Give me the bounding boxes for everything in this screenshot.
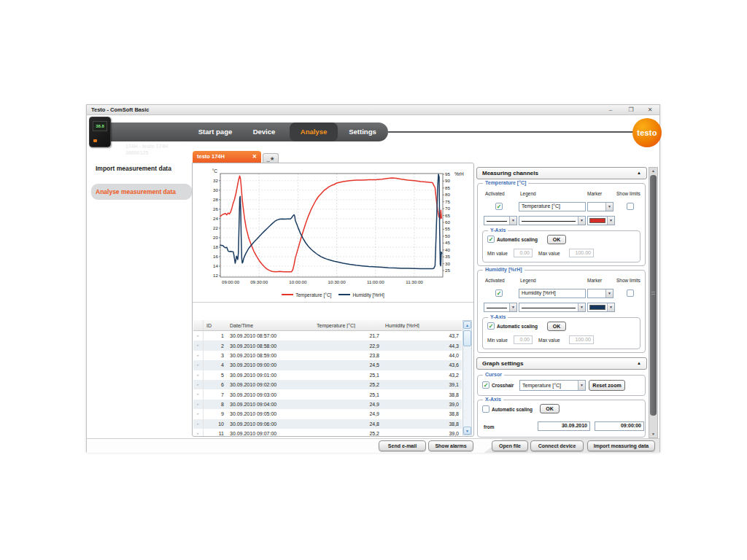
activated-checkbox[interactable]: ✓ xyxy=(495,203,503,210)
crosshair-checkbox[interactable]: ✓ xyxy=(482,381,489,389)
marker-dropdown[interactable]: ▼ xyxy=(587,289,614,298)
table-row[interactable]: ▸330.09.2010 08:59:0023,844,0 xyxy=(193,351,462,360)
settings-panel: Measuring channels ▲ Temperature [°C] Ac… xyxy=(476,167,647,438)
col-header-id[interactable]: ID xyxy=(204,323,227,328)
cell-humidity: 44,3 xyxy=(382,343,462,349)
axis-tick-label: %rH xyxy=(454,171,464,176)
cell-temperature: 25,2 xyxy=(314,431,382,436)
table-row[interactable]: ▸830.09.2010 09:04:0024,939,0 xyxy=(193,400,462,409)
document-tab-label: testo 174H xyxy=(197,151,225,163)
max-value-field[interactable]: 100.00 xyxy=(569,335,594,344)
testo-logo: testo xyxy=(632,118,662,147)
tab-close-icon[interactable]: ✕ xyxy=(252,151,257,163)
cell-id: 2 xyxy=(204,343,227,349)
connect-device-button[interactable]: Connect device xyxy=(530,440,584,451)
xaxis-auto-scaling-checkbox[interactable] xyxy=(482,405,489,413)
collapse-icon[interactable]: ▲ xyxy=(637,168,641,179)
col-header-humidity[interactable]: Humidity [%rH] xyxy=(382,323,462,328)
yaxis-group-title: Y-Axis xyxy=(488,314,508,319)
send-email-button[interactable]: Send e-mail xyxy=(379,440,426,451)
maximize-icon[interactable]: ❐ xyxy=(623,106,639,114)
axis-tick-label: 10:30:00 xyxy=(328,279,347,284)
axis-tick-label: 14 xyxy=(213,263,218,268)
measurement-chart[interactable]: 1214161820222426283032253035404550556065… xyxy=(194,166,473,292)
min-value-field[interactable]: 0.00 xyxy=(514,249,533,257)
xaxis-ok-button[interactable]: OK xyxy=(540,404,560,413)
panel-scrollbar[interactable]: ▲ ▼ xyxy=(649,167,658,438)
cell-humidity: 38,8 xyxy=(382,421,462,427)
row-marker-icon: ▸ xyxy=(193,429,204,436)
axis-tick-label: 32 xyxy=(213,178,218,183)
legend-input[interactable]: Temperature [°C] xyxy=(519,202,586,211)
table-row[interactable]: ▸230.09.2010 08:58:0022,944,3 xyxy=(193,341,462,350)
line-width-dropdown[interactable]: ▼ xyxy=(484,303,517,312)
sidebar-item-analyse[interactable]: Analyse measurement data xyxy=(96,188,176,195)
cell-id: 10 xyxy=(204,421,227,427)
cell-temperature: 24,8 xyxy=(314,421,382,427)
table-row[interactable]: ▸930.09.2010 09:05:0024,938,8 xyxy=(193,409,462,419)
cell-id: 11 xyxy=(204,431,227,436)
auto-scaling-checkbox[interactable]: ✓ xyxy=(487,236,495,243)
graph-settings-header[interactable]: Graph settings ▲ xyxy=(476,357,647,370)
reset-zoom-button[interactable]: Reset zoom xyxy=(589,380,625,391)
from-date-field[interactable]: 30.09.2010 xyxy=(538,421,590,431)
favorites-tab-star-icon[interactable]: _★ xyxy=(263,153,279,163)
cursor-channel-dropdown[interactable]: Temperature [°C]▼ xyxy=(519,380,586,391)
table-row[interactable]: ▸630.09.2010 09:02:0025,239,1 xyxy=(193,380,462,389)
scroll-up-icon[interactable]: ▲ xyxy=(463,321,471,329)
table-row[interactable]: ▸730.09.2010 09:03:0025,138,8 xyxy=(193,389,462,399)
axis-tick-label: 55 xyxy=(445,226,450,231)
table-row[interactable]: ▸530.09.2010 09:01:0025,143,2 xyxy=(193,370,462,380)
auto-scaling-checkbox[interactable]: ✓ xyxy=(487,322,495,330)
sidebar-item-import[interactable]: Import measurement data xyxy=(96,165,171,172)
legend-input[interactable]: Humidity [%rH] xyxy=(519,289,586,298)
scroll-down-icon[interactable]: ▼ xyxy=(650,431,657,438)
col-header-temperature[interactable]: Temperature [°C] xyxy=(314,323,382,328)
marker-dropdown[interactable]: ▼ xyxy=(587,202,614,211)
yaxis-ok-button[interactable]: OK xyxy=(547,322,566,331)
scroll-down-icon[interactable]: ▼ xyxy=(463,427,471,435)
legend-item: Temperature [°C] xyxy=(282,292,331,298)
max-value-field[interactable]: 100.00 xyxy=(569,249,594,257)
open-file-button[interactable]: Open file xyxy=(492,440,528,451)
cell-id: 4 xyxy=(204,362,227,368)
panel-scroll-thumb[interactable] xyxy=(650,175,657,416)
from-time-field[interactable]: 09:00:00 xyxy=(595,421,644,431)
line-color-dropdown[interactable]: ▼ xyxy=(587,216,615,225)
close-icon[interactable]: ✕ xyxy=(642,106,658,114)
line-color-dropdown[interactable]: ▼ xyxy=(587,303,615,312)
collapse-icon[interactable]: ▲ xyxy=(637,358,641,369)
import-measuring-data-button[interactable]: Import measuring data xyxy=(587,440,655,451)
cell-temperature: 24,5 xyxy=(314,362,382,368)
show-limits-checkbox[interactable] xyxy=(627,203,634,210)
table-row[interactable]: ▸430.09.2010 09:00:0024,543,6 xyxy=(193,360,462,370)
table-row[interactable]: ▸1130.09.2010 09:07:0025,239,0 xyxy=(193,429,462,436)
cell-temperature: 23,8 xyxy=(314,353,382,358)
measuring-channels-header[interactable]: Measuring channels ▲ xyxy=(476,167,647,179)
tab-settings[interactable]: Settings xyxy=(339,122,386,141)
cell-datetime: 30.09.2010 09:04:00 xyxy=(227,402,314,407)
table-row[interactable]: ▸130.09.2010 08:57:0021,743,7 xyxy=(193,331,462,341)
show-limits-checkbox[interactable] xyxy=(627,289,634,297)
auto-scaling-label: Automatic scaling xyxy=(497,237,538,242)
line-style-dropdown[interactable]: ▼ xyxy=(519,216,586,225)
axis-tick-label: 60 xyxy=(445,219,450,225)
document-tab[interactable]: testo 174H ✕ xyxy=(193,151,261,163)
min-value-field[interactable]: 0.00 xyxy=(514,335,533,344)
minimize-icon[interactable]: – xyxy=(603,106,619,114)
tab-start-page[interactable]: Start page xyxy=(189,122,241,141)
marker-label: Marker xyxy=(587,278,602,283)
yaxis-ok-button[interactable]: OK xyxy=(547,235,566,244)
tab-analyse[interactable]: Analyse xyxy=(290,122,338,141)
cell-temperature: 25,2 xyxy=(314,382,382,387)
line-style-dropdown[interactable]: ▼ xyxy=(519,303,586,312)
table-row[interactable]: ▸1030.09.2010 09:06:0024,838,8 xyxy=(193,419,462,429)
line-width-dropdown[interactable]: ▼ xyxy=(484,216,517,225)
show-alarms-button[interactable]: Show alarms xyxy=(428,440,473,451)
activated-checkbox[interactable]: ✓ xyxy=(495,289,503,297)
scroll-up-icon[interactable]: ▲ xyxy=(650,168,657,174)
table-scrollbar[interactable]: ▲ ▼ xyxy=(462,320,472,435)
tab-device[interactable]: Device xyxy=(241,122,287,141)
col-header-datetime[interactable]: Date/Time xyxy=(227,323,314,328)
table-scroll-thumb[interactable] xyxy=(463,330,471,346)
